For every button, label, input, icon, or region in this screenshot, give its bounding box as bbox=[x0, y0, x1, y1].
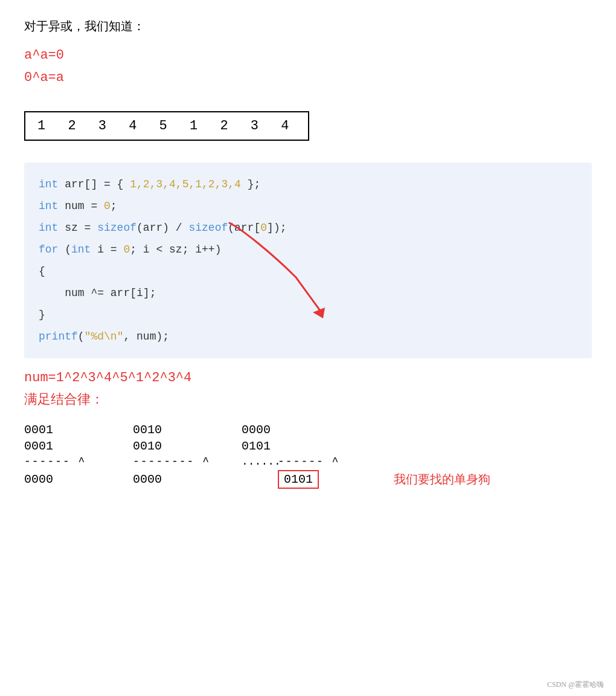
bin-col-1-1: 0001 bbox=[24, 423, 133, 437]
code-line1: int arr[] = { 1,2,3,4,5,1,2,3,4 }; bbox=[39, 173, 577, 195]
result-col-1: 0000 bbox=[24, 472, 133, 486]
result-col-3: 0101 bbox=[278, 470, 387, 489]
dots: ...... bbox=[242, 456, 278, 468]
binary-row-1: 0001 0010 0000 bbox=[24, 423, 592, 437]
array-display: 1 2 3 4 5 1 2 3 4 bbox=[24, 111, 309, 141]
code-line2: int num = 0; bbox=[39, 195, 577, 217]
watermark: CSDN @霍霍哈嗨 bbox=[547, 680, 604, 690]
code-line3: int sz = sizeof(arr) / sizeof(arr[0]); bbox=[39, 217, 577, 239]
combine-law: 满足结合律： bbox=[24, 390, 592, 408]
code-line5: { bbox=[39, 260, 577, 282]
divider-row: ------ ^ -------- ^ ...... ------ ^ bbox=[24, 456, 592, 468]
binary-table: 0001 0010 0000 0001 0010 0101 ------ ^ -… bbox=[24, 423, 592, 489]
result-highlight: 0101 bbox=[278, 470, 319, 489]
xor-result: num=1^2^3^4^5^1^2^3^4 bbox=[24, 370, 592, 385]
bin-col-3-1: 0000 bbox=[242, 423, 350, 437]
code-line4: for (int i = 0; i < sz; i++) bbox=[39, 239, 577, 260]
xor-rule1: a^a=0 bbox=[24, 44, 592, 66]
div-col-3: ------ ^ bbox=[278, 456, 387, 468]
binary-row-2: 0001 0010 0101 bbox=[24, 439, 592, 453]
intro-label: 对于异或，我们知道： bbox=[24, 18, 592, 34]
bin-col-2-2: 0010 bbox=[133, 439, 242, 453]
bin-col-2-1: 0010 bbox=[133, 423, 242, 437]
div-col-2: -------- ^ bbox=[133, 456, 242, 468]
bin-col-1-2: 0001 bbox=[24, 439, 133, 453]
code-line6: num ^= arr[i]; bbox=[39, 282, 577, 304]
xor-rule2: 0^a=a bbox=[24, 66, 592, 89]
result-col-2: 0000 bbox=[133, 472, 242, 486]
single-dog-label: 我们要找的单身狗 bbox=[394, 471, 490, 488]
bin-col-3-2: 0101 bbox=[242, 439, 350, 453]
div-col-1: ------ ^ bbox=[24, 456, 133, 468]
code-line7: } bbox=[39, 304, 577, 326]
result-row: 0000 0000 0101 我们要找的单身狗 bbox=[24, 470, 592, 489]
code-line8: printf("%d\n", num); bbox=[39, 326, 577, 347]
code-block: int arr[] = { 1,2,3,4,5,1,2,3,4 }; int n… bbox=[24, 163, 592, 358]
